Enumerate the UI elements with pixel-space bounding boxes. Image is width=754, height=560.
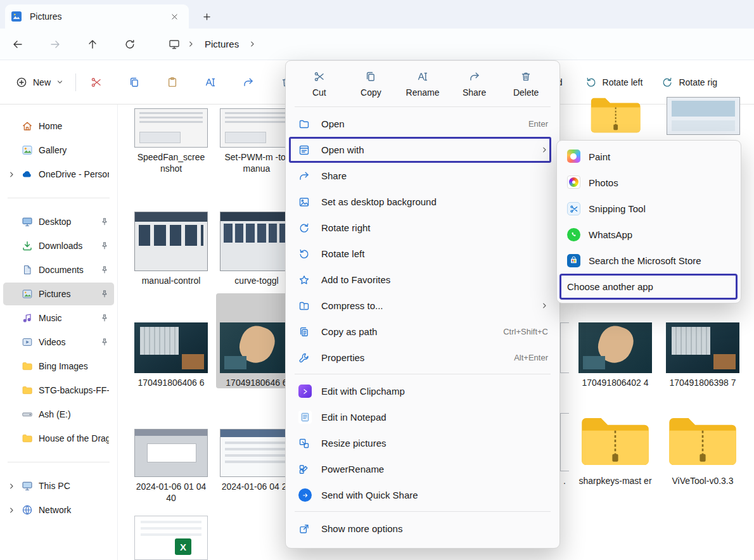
file-item[interactable]: . [560,413,569,487]
navigation-pane: HomeGalleryOneDrive - PersonDesktopDownl… [0,105,118,560]
new-button[interactable]: New [9,72,70,93]
file-thumbnail [579,95,653,136]
sidebar-item-label: Music [39,313,95,323]
menu-item-label: Rotate left [321,248,548,259]
file-item[interactable] [578,95,654,136]
menu-item-label: Add to Favorites [321,274,548,285]
sidebar-item-gallery[interactable]: Gallery [3,139,114,162]
sidebar-item-house-of-the-drag[interactable]: House of the Drag [3,427,114,450]
notepadapp-icon [298,410,312,424]
cut-button[interactable] [82,69,110,96]
context-menu-item-edit-with-clipchamp[interactable]: Edit with Clipchamp [288,378,557,404]
quick-action-rename[interactable]: Rename [398,65,447,103]
context-menu-item-properties[interactable]: PropertiesAlt+Enter [288,345,557,371]
trash-icon [520,71,532,82]
network-icon [22,504,34,516]
file-170491806398-7[interactable]: 170491806398 7 [663,322,743,388]
file-manual-control[interactable]: manual-control [131,212,212,286]
file-thumbnail [578,412,652,471]
share-button[interactable] [234,69,262,96]
expand-chevron-icon[interactable] [7,483,16,490]
sidebar-item-home[interactable]: Home [3,115,114,137]
open-with-item-choose-another-app[interactable]: Choose another app [559,274,738,300]
new-tab-button[interactable] [198,8,215,25]
context-menu-item-compress-to[interactable]: Compress to... [288,293,557,319]
paint-app-icon [567,150,580,165]
quickshare-icon [298,488,312,502]
sidebar-item-documents[interactable]: Documents [3,258,114,281]
tab-close-icon[interactable] [166,8,182,25]
quick-action-delete[interactable]: Delete [501,65,551,103]
sidebar-item-onedrive-person[interactable]: OneDrive - Person [3,163,114,186]
rotate-left-button[interactable]: Rotate left [579,72,649,93]
quick-action-share[interactable]: Share [450,65,499,103]
quick-action-copy[interactable]: Copy [347,65,396,103]
context-menu-item-copy-as-path[interactable]: Copy as pathCtrl+Shift+C [288,319,557,345]
context-menu-item-show-more-options[interactable]: Show more options [288,516,557,542]
breadcrumb-location[interactable]: Pictures [202,37,241,51]
file-item[interactable] [131,516,212,560]
menu-item-label: Properties [321,352,504,363]
chevron-right-icon[interactable] [249,41,256,48]
open-with-item-search-the-microsoft-store[interactable]: Search the Microsoft Store [559,248,738,274]
quick-action-cut[interactable]: Cut [295,65,344,103]
context-menu-item-open[interactable]: OpenEnter [288,111,557,137]
sidebar-item-desktop[interactable]: Desktop [3,210,114,233]
file-170491806406-6[interactable]: 170491806406 6 [131,322,212,388]
sidebar-item-label: Bing Images [39,361,109,371]
share-icon [469,71,480,82]
context-menu-item-set-as-desktop-background[interactable]: Set as desktop background [288,189,557,215]
open-with-item-whatsapp[interactable]: WhatsApp [559,222,738,248]
file-sharpkeys-mast-er[interactable]: sharpkeys-mast er [575,412,655,487]
explorer-tab[interactable]: Pictures [5,4,189,29]
context-menu-item-open-with[interactable]: Open with [288,137,557,163]
context-menu-item-rotate-right[interactable]: Rotate right [288,215,557,241]
file-vivetool-v0-3-3[interactable]: ViVeTool-v0.3.3 [663,412,743,487]
menu-item-shortcut: Enter [528,119,548,129]
menu-item-label: Compress to... [321,300,532,311]
rename-button[interactable] [196,69,224,96]
expand-chevron-icon[interactable] [7,171,16,178]
open-with-item-snipping-tool[interactable]: Snipping Tool [559,196,738,222]
file-2024-01-06-01-04-40[interactable]: 2024-01-06 01 04 40 [131,429,212,504]
context-menu-item-powerrename[interactable]: PowerRename [288,456,557,482]
sidebar-item-ash-e[interactable]: Ash (E:) [3,403,114,426]
chevron-right-icon[interactable] [188,41,195,48]
file-item[interactable] [560,322,569,373]
context-menu-item-share[interactable]: Share [288,163,557,189]
sidebar-item-pictures[interactable]: Pictures [3,283,114,305]
context-menu-item-send-with-quick-share[interactable]: Send with Quick Share [288,482,557,508]
expand-chevron-icon[interactable] [7,507,16,514]
context-menu-item-add-to-favorites[interactable]: Add to Favorites [288,267,557,293]
sidebar-item-this-pc[interactable]: This PC [3,474,114,497]
up-button[interactable] [80,32,105,56]
context-menu-item-resize-pictures[interactable]: Resize pictures [288,430,557,456]
this-pc-icon[interactable] [169,39,180,50]
rotate-right-button[interactable]: Rotate rig [655,72,724,93]
file-thumbnail [220,212,293,271]
context-menu-item-rotate-left[interactable]: Rotate left [288,241,557,267]
sidebar-item-bing-images[interactable]: Bing Images [3,355,114,378]
sidebar-item-network[interactable]: Network [3,499,114,521]
copy-button[interactable] [120,69,148,96]
forward-button[interactable] [42,32,68,56]
context-menu-item-edit-in-notepad[interactable]: Edit in Notepad [288,404,557,430]
sidebar-item-label: This PC [39,481,109,491]
powerrename-icon [298,464,312,475]
file-speedfan-scree-nshot[interactable]: SpeedFan_scree nshot [131,108,212,174]
back-button[interactable] [5,32,30,56]
sidebar-item-videos[interactable]: Videos [3,331,114,353]
sidebar-item-music[interactable]: Music [3,307,114,329]
paste-button[interactable] [158,69,186,96]
refresh-button[interactable] [117,32,143,56]
file-item[interactable] [664,97,743,135]
rotateleft-icon [298,248,312,260]
open-with-item-paint[interactable]: Paint [559,144,738,170]
sidebar-item-label: Pictures [39,289,95,299]
open-with-item-photos[interactable]: Photos [559,170,738,196]
home-icon [22,120,34,132]
sidebar-item-downloads[interactable]: Downloads [3,234,114,257]
file-170491806402-4[interactable]: 170491806402 4 [575,322,655,388]
file-thumbnail [134,108,208,148]
sidebar-item-stg-backups-ff-1[interactable]: STG-backups-FF-1 [3,379,114,402]
